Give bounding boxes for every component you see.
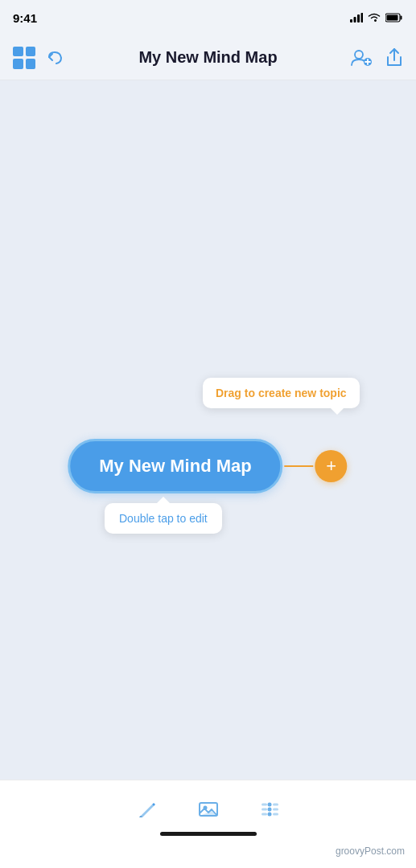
nav-left [13,47,66,69]
signal-icon [350,13,363,23]
svg-point-14 [267,808,271,812]
edit-tooltip-text: Double tap to edit [119,512,208,525]
grid-icon[interactable] [13,47,35,69]
svg-rect-3 [361,13,364,23]
svg-point-7 [355,51,363,59]
svg-rect-17 [262,809,267,811]
status-time: 9:41 [13,11,37,25]
nav-bar: My New Mind Map [0,35,416,80]
svg-point-15 [267,813,271,817]
nav-title-container: My New Mind Map [138,48,277,67]
svg-rect-16 [262,804,267,806]
svg-rect-2 [357,14,360,23]
node-text: My New Mind Map [99,456,251,476]
page-title: My New Mind Map [138,48,277,66]
svg-rect-18 [262,813,267,816]
add-topic-button[interactable]: + [315,450,348,482]
nav-right [350,47,403,68]
battery-icon [385,13,403,23]
status-bar: 9:41 [0,0,416,35]
svg-rect-5 [401,16,402,20]
toolbar-icons [133,780,284,824]
svg-rect-1 [354,17,356,23]
svg-rect-0 [350,19,352,23]
watermark: groovyPost.com [336,845,405,857]
status-icons [350,13,403,23]
home-indicator [160,832,257,836]
undo-button[interactable] [47,48,66,68]
share-button[interactable] [385,47,403,68]
canvas: Drag to create new topic My New Mind Map… [0,80,416,780]
svg-rect-20 [273,809,278,811]
edit-tooltip: Double tap to edit [105,503,222,534]
image-tool-button[interactable] [194,795,223,824]
svg-rect-19 [273,804,278,806]
svg-rect-6 [387,15,398,21]
pen-icon [136,798,159,821]
menu-tool-button[interactable] [255,795,284,824]
add-collaborator-button[interactable] [350,47,373,68]
connector-line [285,465,314,467]
image-icon [197,798,220,821]
svg-point-13 [267,803,271,807]
svg-rect-21 [273,813,278,816]
drag-tooltip-text: Drag to create new topic [216,387,347,399]
mind-map-node[interactable]: My New Mind Map + [68,439,347,493]
menu-icon [258,798,281,821]
node-pill[interactable]: My New Mind Map [68,439,282,493]
pen-tool-button[interactable] [133,795,162,824]
wifi-icon [368,13,381,23]
drag-tooltip: Drag to create new topic [203,378,360,408]
plus-icon: + [326,457,336,475]
